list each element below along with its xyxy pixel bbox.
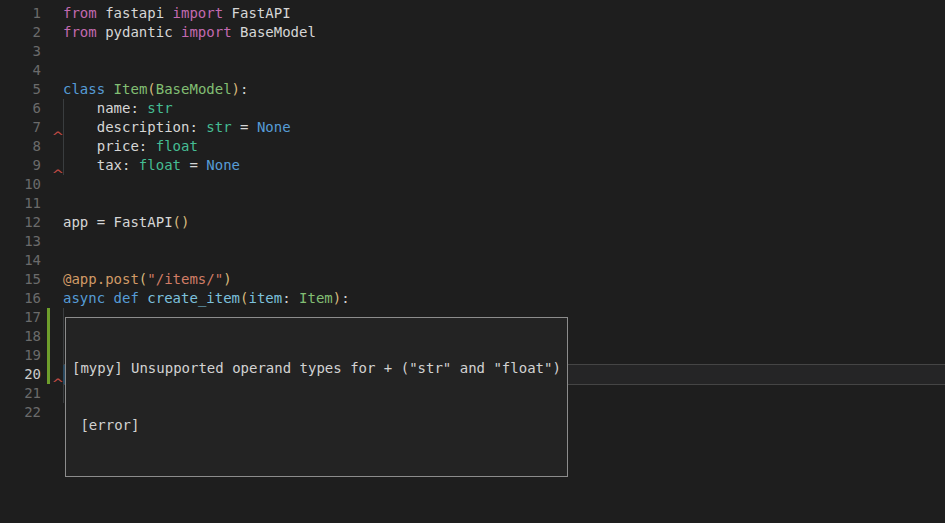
code-line[interactable]: 10 [0, 175, 945, 194]
line-number[interactable]: 15 [0, 270, 41, 289]
code-token: import [181, 24, 232, 40]
code-line[interactable]: 15@app.post("/items/") [0, 270, 945, 289]
code-token: str [206, 119, 231, 135]
line-number[interactable]: 18 [0, 327, 41, 346]
git-added-bar [47, 346, 50, 365]
code-line[interactable]: 5class Item(BaseModel): [0, 80, 945, 99]
code-text[interactable] [63, 194, 945, 213]
code-token: = [232, 119, 257, 135]
gutter [41, 61, 63, 80]
code-token: ) [223, 271, 231, 287]
code-text[interactable] [63, 175, 945, 194]
code-text[interactable] [63, 61, 945, 80]
gutter [41, 308, 63, 327]
code-line[interactable]: 13 [0, 232, 945, 251]
gutter [41, 80, 63, 99]
line-number[interactable]: 20 [0, 365, 41, 384]
gutter [41, 270, 63, 289]
code-token: : [240, 81, 248, 97]
line-number[interactable]: 1 [0, 4, 41, 23]
error-caret-icon: ^ [53, 168, 72, 182]
line-number[interactable]: 21 [0, 384, 41, 403]
code-token: : [341, 290, 349, 306]
line-number[interactable]: 12 [0, 213, 41, 232]
code-token: None [206, 157, 240, 173]
code-token: name: [63, 100, 147, 116]
code-text[interactable]: price: float [63, 137, 945, 156]
line-number[interactable]: 16 [0, 289, 41, 308]
code-text[interactable]: from pydantic import BaseModel [63, 23, 945, 42]
code-text[interactable] [63, 42, 945, 61]
code-line[interactable]: 2from pydantic import BaseModel [0, 23, 945, 42]
gutter [41, 327, 63, 346]
line-number[interactable]: 17 [0, 308, 41, 327]
code-token: ) [333, 290, 341, 306]
code-text[interactable] [63, 232, 945, 251]
code-token: from [63, 5, 97, 21]
line-number[interactable]: 22 [0, 403, 41, 422]
code-token: str [147, 100, 172, 116]
gutter [41, 4, 63, 23]
line-number[interactable]: 7 [0, 118, 41, 137]
line-number[interactable]: 6 [0, 99, 41, 118]
gutter [41, 346, 63, 365]
code-line[interactable]: 1from fastapi import FastAPI [0, 4, 945, 23]
code-token: float [139, 157, 181, 173]
code-token: async [63, 290, 105, 306]
code-text[interactable]: app = FastAPI() [63, 213, 945, 232]
code-text[interactable]: tax: float = None [63, 156, 945, 175]
code-line[interactable]: 7 description: str = None [0, 118, 945, 137]
code-line[interactable]: 11 [0, 194, 945, 213]
code-line[interactable]: 12app = FastAPI() [0, 213, 945, 232]
code-token: BaseModel [232, 24, 316, 40]
code-text[interactable]: name: str [63, 99, 945, 118]
code-line[interactable]: 8 price: float [0, 137, 945, 156]
code-token: tax: [63, 157, 139, 173]
code-text[interactable]: class Item(BaseModel): [63, 80, 945, 99]
git-added-bar [47, 327, 50, 346]
line-number[interactable]: 10 [0, 175, 41, 194]
line-number[interactable]: 11 [0, 194, 41, 213]
diagnostic-message: [mypy] Unsupported operand types for + (… [72, 359, 561, 378]
gutter [41, 99, 63, 118]
line-number[interactable]: 9 [0, 156, 41, 175]
code-text[interactable]: from fastapi import FastAPI [63, 4, 945, 23]
line-number[interactable]: 3 [0, 42, 41, 61]
code-text[interactable]: async def create_item(item: Item): [63, 289, 945, 308]
git-added-bar [47, 365, 50, 384]
git-added-bar [47, 308, 50, 327]
code-token: fastapi [97, 5, 173, 21]
code-token: def [114, 290, 139, 306]
code-editor[interactable]: 1from fastapi import FastAPI2from pydant… [0, 0, 945, 523]
error-caret-icon: ^ [53, 130, 72, 144]
line-number[interactable]: 5 [0, 80, 41, 99]
code-text[interactable]: description: str = None [63, 118, 945, 137]
line-number[interactable]: 19 [0, 346, 41, 365]
code-line[interactable]: 3 [0, 42, 945, 61]
code-token: None [257, 119, 291, 135]
code-token: = [181, 157, 206, 173]
gutter [41, 403, 63, 422]
code-text[interactable] [63, 251, 945, 270]
code-token: ( [147, 81, 155, 97]
gutter [41, 194, 63, 213]
diagnostic-tooltip: [mypy] Unsupported operand types for + (… [65, 317, 568, 477]
line-number[interactable]: 8 [0, 137, 41, 156]
line-number[interactable]: 14 [0, 251, 41, 270]
code-token: create_item [147, 290, 240, 306]
code-token: BaseModel [156, 81, 232, 97]
code-line[interactable]: 9 tax: float = None [0, 156, 945, 175]
line-number[interactable]: 2 [0, 23, 41, 42]
code-line[interactable]: 14 [0, 251, 945, 270]
gutter [41, 232, 63, 251]
code-token: : [282, 290, 299, 306]
line-number[interactable]: 4 [0, 61, 41, 80]
code-line[interactable]: 16async def create_item(item: Item): [0, 289, 945, 308]
code-token: class [63, 81, 105, 97]
code-line[interactable]: 6 name: str [0, 99, 945, 118]
gutter [41, 251, 63, 270]
code-text[interactable]: @app.post("/items/") [63, 270, 945, 289]
code-line[interactable]: 4 [0, 61, 945, 80]
code-token: Item [299, 290, 333, 306]
line-number[interactable]: 13 [0, 232, 41, 251]
